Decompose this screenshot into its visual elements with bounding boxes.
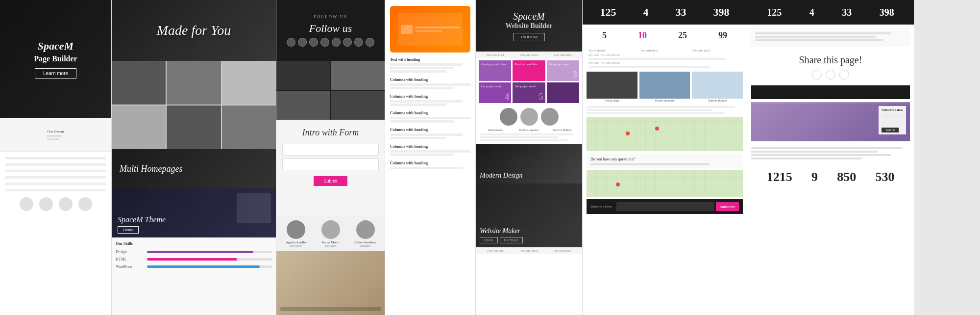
social-icon-4[interactable] [320,38,329,47]
stat-5: 5 [602,30,607,41]
text-line [390,63,463,66]
subscribe-overlay: Subscribe now Submit [879,106,906,134]
step-box-1: Coming up with idea [479,60,511,81]
text-section-7: Columns with heading [390,161,470,170]
big-num-850: 850 [837,170,856,184]
big-numbers: 1215 9 850 530 [751,164,910,192]
team-role-3: Manager [349,244,382,247]
text-heading-6: Columns with heading [390,144,470,149]
panel-stats: 125 4 33 398 5 10 25 99 [583,0,747,315]
icon-1 [20,197,33,211]
blurred-section: Subscribe now Submit [751,102,910,141]
share-icon-3[interactable] [839,70,849,79]
step-box-4: Get project result 4 [479,82,511,103]
text-line [390,70,446,73]
thumb-caption-2: Mobile response [639,99,690,102]
team-circle-2 [520,108,538,126]
text-line [390,67,454,69]
website-builder-subtitle: Website Builder [505,22,552,30]
stat-num-33: 33 [676,6,686,19]
intro-form-title: Intro with Form [302,128,359,138]
footer-tabs: Text with title1 Text with title2 Text w… [476,247,582,254]
text-line [390,117,470,119]
text-line [390,104,446,106]
tab-label-3: Text with title3 [554,53,572,56]
text-heading-1: Text with heading [390,57,470,62]
map-section-2 [587,170,743,197]
panel5-content: Text with title1 Text with title2 Text w… [476,52,582,315]
social-icon-7[interactable] [354,38,363,47]
team-member-1: Agatha Apollo Developer [279,220,312,247]
social-icon-1[interactable] [287,38,295,47]
design-label: Our Design [47,130,64,133]
text-section-3: Columns with heading [390,94,470,107]
top-num-b: 4 [809,7,814,18]
thumb-snow: Nativus Builder [692,72,743,102]
skill-label-2: HTML [116,257,145,262]
demo-button[interactable]: Demo [118,226,139,234]
stats-top: 125 4 33 398 [583,0,747,25]
gallery-thumb-1 [276,61,330,90]
grid-cell-1 [112,61,166,105]
map-pin-2 [655,127,659,131]
grid-cell-5 [167,105,220,149]
form-field-2[interactable] [282,158,379,170]
learn-more-button[interactable]: Learn more [35,68,76,79]
social-icon-6[interactable] [343,38,352,47]
thumb-img-blue [639,72,690,99]
stat-33: 33 [676,6,686,19]
purchase-btn[interactable]: Purchase [500,237,523,243]
skills-section: Our Skills Design HTML WordPress [112,237,276,315]
panel-share: 125 4 33 398 Share this page! Subscrib [747,0,914,315]
icon-3 [59,197,73,211]
text-section-1: Text with heading [390,57,470,74]
social-icon-8[interactable] [366,38,374,47]
stat-num-125: 125 [600,6,616,19]
follow-prefix: FOLLOW US [314,14,347,19]
thumb-caption-3: Nativus Builder [692,99,743,102]
stat-125: 125 [600,6,616,19]
text-section-6: Columns with heading [390,144,470,157]
tab-label-1: Text with title1 [486,53,504,56]
big-num-9: 9 [811,170,818,184]
text-heading-2: Columns with heading [390,78,470,82]
thumb-caption-1: Retina ready [587,99,637,102]
subscribe-input[interactable] [616,202,714,211]
subscribe-button[interactable]: Subscribe [716,202,739,211]
text-section-2: Columns with heading [390,78,470,90]
social-icon-5[interactable] [332,38,341,47]
share-icon-2[interactable] [826,70,835,79]
team-circles [476,105,582,129]
icon-4 [78,197,92,211]
retina-label: Retina ready [480,129,511,131]
form-submit-button[interactable]: Submit [314,176,347,186]
stat-num-4: 4 [643,6,649,19]
subscribe-now-btn[interactable]: Submit [882,128,899,132]
text-line [390,133,463,136]
thumbnail-grid: Retina ready Mobile response Nativus Bui… [587,72,743,102]
gray-text-2 [751,144,910,164]
panel6-white: 5 10 25 99 Text with title1 Text with ti… [583,25,747,315]
panel-spacem-page-builder: SpaceM Page Builder Learn more Our Desig… [0,0,112,315]
follow-us-hero: FOLLOW US Follow us [276,0,385,61]
team-role-1: Developer [279,244,312,247]
demo-btn[interactable]: Demo [480,237,498,243]
social-icon-2[interactable] [298,38,307,47]
try-button[interactable]: Try it now [513,33,544,41]
text-line [390,120,454,123]
share-icon-1[interactable] [812,70,822,79]
dark-bar [751,85,910,99]
panel5-tabs: Text with title1 Text with title2 Text w… [476,52,582,58]
step-box-3: Get project result 3 [547,60,579,81]
step-box-6 [547,82,579,103]
social-icon-3[interactable] [309,38,318,47]
map-section [587,117,743,151]
grid-cell-6 [222,105,276,149]
form-field-1[interactable] [282,144,379,156]
stats-mid-row: 5 10 25 99 [587,28,743,45]
gallery-thumb-4 [331,91,385,120]
team-name-3: Claire Sunshine [349,240,382,244]
thumb-dark: Retina ready [587,72,637,102]
map-grid [587,117,743,151]
avatar-1 [287,220,305,239]
